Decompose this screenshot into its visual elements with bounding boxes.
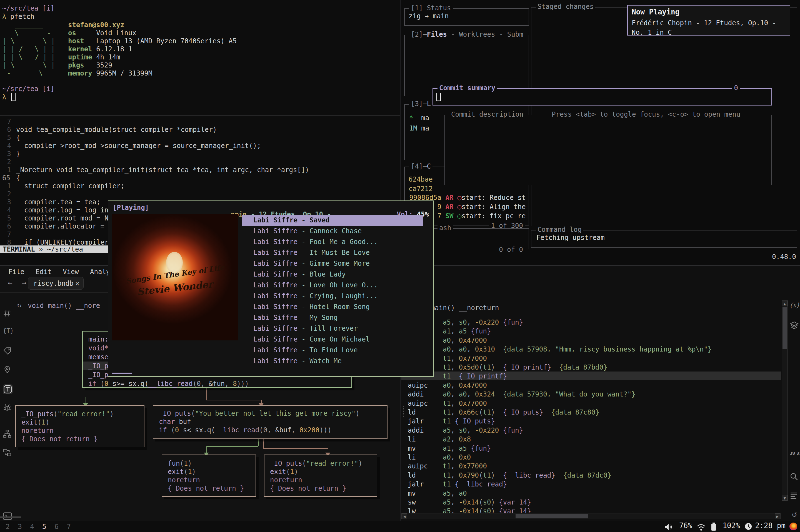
read-error-block-1[interactable]: _IO_puts("read error!")exit(1)noreturn{ … bbox=[15, 405, 145, 447]
disasm-operands[interactable]: t1, 0x790(t1) {__libc_read} {data_87dc0} bbox=[443, 472, 611, 479]
code-line: compiler.allocator = a bbox=[16, 223, 112, 230]
disasm-operands[interactable]: a0, 0x47000 bbox=[443, 382, 487, 389]
disasm-mnemonic[interactable]: li bbox=[408, 454, 416, 461]
disasm-operands[interactable]: t1 {_IO_puts} bbox=[443, 418, 495, 424]
line-number: 4 bbox=[0, 207, 11, 213]
disasm-operands[interactable]: a0, 0x0 bbox=[443, 454, 471, 461]
workspace-2[interactable]: 2 bbox=[5, 523, 10, 530]
disasm-operands[interactable]: a5, -0x14(s0) {var_14} bbox=[443, 499, 531, 506]
disasm-mnemonic[interactable]: sw bbox=[408, 499, 416, 506]
bug-icon[interactable] bbox=[3, 403, 13, 413]
types-icon[interactable]: {T} bbox=[3, 328, 13, 338]
disasm-mnemonic[interactable]: addi bbox=[408, 427, 424, 434]
now-playing-notification[interactable]: Now Playing Frédéric Chopin - 12 Etudes,… bbox=[627, 5, 790, 36]
line-number: 3 bbox=[0, 199, 11, 206]
git-status-panel[interactable]: [1]─Status zig → main bbox=[404, 8, 529, 26]
disasm-operands[interactable]: a5, a0 bbox=[443, 490, 467, 497]
disasm-operands[interactable]: a5, s0, -0x220 {fun} bbox=[443, 427, 523, 434]
playlist-item[interactable]: Labi Siffre - Till Forever bbox=[242, 323, 531, 334]
quotes-icon[interactable]: ”” bbox=[789, 453, 799, 463]
commit-description-popup[interactable]: Commit description Press <tab> to toggle… bbox=[444, 115, 772, 185]
playlist-item[interactable]: Labi Siffre - Hotel Room Song bbox=[242, 302, 531, 312]
line-number: 3 bbox=[0, 151, 11, 157]
disasm-mnemonic[interactable]: auipc bbox=[408, 400, 428, 407]
disasm-operands[interactable]: t1, 0x66c(t1) {_IO_puts} {data_87c80} bbox=[443, 409, 599, 416]
disasm-mnemonic[interactable]: ld bbox=[408, 472, 416, 479]
branch-row[interactable]: 1M ma bbox=[409, 125, 429, 132]
workspace-6[interactable]: 6 bbox=[54, 523, 59, 530]
disasm-mnemonic[interactable]: li bbox=[408, 436, 416, 442]
nav-forward-button[interactable]: → bbox=[22, 279, 26, 287]
workspace-3[interactable]: 3 bbox=[18, 523, 22, 530]
variables-icon[interactable]: (x) bbox=[789, 302, 799, 312]
playlist-item[interactable]: Labi Siffre - Saved bbox=[242, 215, 423, 226]
tag-icon[interactable] bbox=[3, 346, 13, 357]
fun-block[interactable]: fun(1)exit(1)noreturn{ Does not return } bbox=[162, 455, 256, 497]
volume-icon[interactable] bbox=[664, 523, 672, 531]
branch-row[interactable]: * ma bbox=[409, 115, 429, 121]
playlist-item[interactable]: Labi Siffre - Love Oh Love O... bbox=[242, 280, 531, 291]
menu-view[interactable]: View bbox=[63, 268, 79, 275]
hierarchy-icon[interactable] bbox=[3, 429, 13, 439]
tray-app-badge[interactable] bbox=[789, 522, 797, 530]
text-tool-icon[interactable] bbox=[3, 384, 13, 394]
disasm-mnemonic[interactable]: jalr bbox=[408, 481, 424, 488]
nav-back-button[interactable]: ← bbox=[8, 279, 13, 287]
disasm-operands[interactable]: a1, a5 {fun} bbox=[443, 445, 491, 452]
workspace-7[interactable]: 7 bbox=[67, 523, 71, 530]
disasm-operands[interactable]: a2, 0x8 bbox=[443, 436, 471, 442]
disasm-operands[interactable]: t1, 0x77000 bbox=[443, 463, 487, 470]
disasm-mnemonic[interactable]: mv bbox=[408, 490, 416, 497]
read-error-block-2[interactable]: _IO_puts("read error!")exit(1)noreturn{ … bbox=[264, 455, 377, 497]
disasm-mnemonic[interactable]: mv bbox=[408, 445, 416, 452]
disasm-operands[interactable]: t1 {_IO_printf} bbox=[443, 373, 507, 380]
disasm-mnemonic[interactable]: auipc bbox=[408, 382, 428, 389]
graph-edge bbox=[258, 439, 259, 446]
disasm-operands[interactable]: t1, 0x77000 bbox=[443, 400, 487, 407]
commit-row[interactable]: 99086d5a AR ◯start: Reduce st bbox=[409, 194, 525, 201]
layers-icon[interactable] bbox=[789, 321, 799, 331]
commit-summary-popup[interactable]: Commit summary 0 bbox=[432, 88, 772, 106]
wifi-icon[interactable] bbox=[697, 523, 706, 531]
playlist-item[interactable]: Labi Siffre - My Song bbox=[242, 312, 531, 323]
disasm-mnemonic[interactable]: jalr bbox=[408, 418, 424, 424]
workspace-5[interactable]: 5 bbox=[42, 523, 46, 530]
swap-icon[interactable] bbox=[3, 448, 13, 458]
playlist-item[interactable]: Labi Siffre - It Must Be Love bbox=[242, 247, 531, 258]
disasm-mnemonic[interactable]: auipc bbox=[408, 463, 428, 470]
horizontal-scrollbar[interactable]: ◀ ▶ bbox=[402, 513, 781, 519]
disasm-mnemonic[interactable]: addi bbox=[408, 391, 424, 398]
log-lines-icon[interactable] bbox=[789, 491, 799, 501]
tab-riscy-bndb[interactable]: riscy.bndb ✕ bbox=[28, 277, 83, 290]
playlist-item[interactable]: Labi Siffre - Fool Me a Good... bbox=[242, 236, 531, 247]
menu-edit[interactable]: Edit bbox=[36, 268, 52, 275]
playlist-item[interactable]: Labi Siffre - To Find Love bbox=[242, 345, 531, 356]
music-player-window[interactable]: [Playing] opin - 12 Etudes, Op.10 - Vol:… bbox=[108, 201, 434, 377]
commit-hash-row[interactable]: ca7212 bbox=[409, 186, 433, 192]
tab-close-icon[interactable]: ✕ bbox=[76, 280, 79, 287]
disasm-mnemonic[interactable]: ld bbox=[408, 409, 416, 416]
location-icon[interactable] bbox=[3, 365, 13, 375]
playlist-item[interactable]: Labi Siffre - Watch Me bbox=[242, 356, 531, 366]
playlist-item[interactable]: Labi Siffre - Gimme Some More bbox=[242, 258, 531, 269]
hash-icon[interactable] bbox=[3, 309, 13, 319]
breadcrumb[interactable]: void main() __nore bbox=[28, 302, 100, 309]
riscy-block[interactable]: _IO_puts("You better not let this get mo… bbox=[153, 405, 388, 439]
vertical-scrollbar[interactable]: ▲ ▼ bbox=[782, 300, 788, 501]
playlist-item[interactable]: Labi Siffre - Crying, Laughi... bbox=[242, 291, 531, 302]
playlist-item[interactable]: Labi Siffre - Blue Lady bbox=[242, 269, 531, 280]
player-progress-bar[interactable] bbox=[112, 373, 132, 374]
playlist-item[interactable]: Labi Siffre - Cannock Chase bbox=[242, 226, 531, 236]
search-icon[interactable] bbox=[789, 472, 799, 482]
disasm-operands[interactable]: t1 {__libc_read} bbox=[443, 481, 507, 488]
graph-code-line: if (0 s>= sx.q(__libc_read(0, &fun, 8))) bbox=[88, 380, 249, 387]
playlist-item[interactable]: Labi Siffre - Come On Michael bbox=[242, 334, 531, 345]
workspace-4[interactable]: 4 bbox=[30, 523, 34, 530]
commit-hash-row[interactable]: 624bae bbox=[409, 176, 433, 183]
terminal-cursor[interactable] bbox=[11, 93, 16, 101]
refresh-icon[interactable]: ↻ bbox=[17, 302, 21, 308]
menu-file[interactable]: File bbox=[8, 268, 24, 275]
history-icon[interactable]: ↺ bbox=[789, 510, 799, 520]
disasm-operands[interactable]: a0, a0, 0x324 {data_57930, "What do you … bbox=[443, 391, 636, 398]
prompt-line-2: λ bbox=[2, 94, 6, 100]
